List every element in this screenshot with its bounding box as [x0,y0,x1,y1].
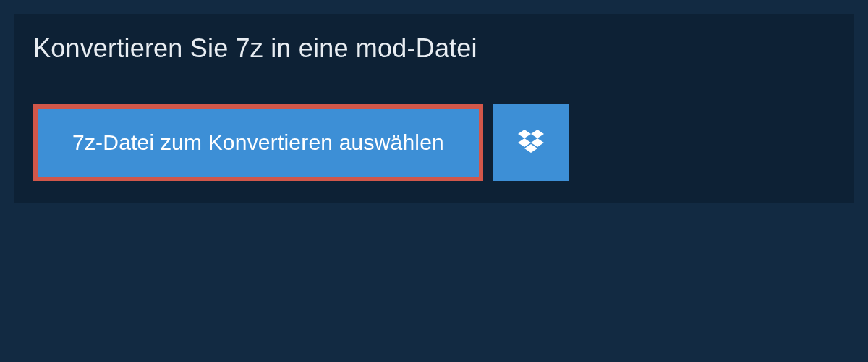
select-file-button[interactable]: 7z-Datei zum Konvertieren auswählen [33,104,483,181]
title-bar: Konvertieren Sie 7z in eine mod-Datei [14,14,496,83]
dropbox-button[interactable] [493,104,569,181]
converter-panel: Konvertieren Sie 7z in eine mod-Datei 7z… [14,14,854,203]
action-row: 7z-Datei zum Konvertieren auswählen [14,104,854,181]
select-file-label: 7z-Datei zum Konvertieren auswählen [72,130,444,155]
page-title: Konvertieren Sie 7z in eine mod-Datei [33,33,477,64]
dropbox-icon [518,130,544,156]
